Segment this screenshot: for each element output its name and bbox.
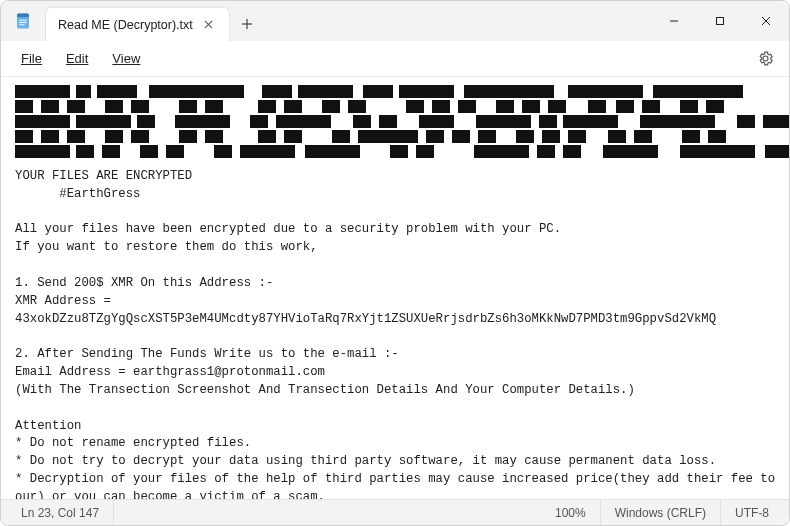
menu-file[interactable]: File [11,47,52,70]
maximize-button[interactable] [697,1,743,41]
svg-rect-1 [17,14,29,18]
status-position: Ln 23, Col 147 [7,500,114,525]
tab-title: Read ME (Decryptor).txt [58,18,193,32]
close-button[interactable] [743,1,789,41]
status-zoom[interactable]: 100% [541,500,601,525]
minimize-button[interactable] [651,1,697,41]
statusbar: Ln 23, Col 147 100% Windows (CRLF) UTF-8 [1,499,789,525]
notepad-icon [1,1,45,41]
editor-content[interactable]: YOUR FILES ARE ENCRYPTED #EarthGress All… [1,77,789,499]
menu-view[interactable]: View [102,47,150,70]
new-tab-button[interactable] [230,7,264,41]
titlebar: Read ME (Decryptor).txt [1,1,789,41]
ascii-art-banner [15,85,775,160]
menu-edit[interactable]: Edit [56,47,98,70]
notepad-window: Read ME (Decryptor).txt File Edit View Y… [0,0,790,526]
svg-rect-10 [717,18,724,25]
ransom-note-text: YOUR FILES ARE ENCRYPTED #EarthGress All… [15,168,775,499]
status-encoding[interactable]: UTF-8 [721,500,783,525]
status-eol[interactable]: Windows (CRLF) [601,500,721,525]
close-tab-icon[interactable] [201,17,217,33]
window-controls [651,1,789,41]
tab[interactable]: Read ME (Decryptor).txt [45,7,230,41]
menubar: File Edit View [1,41,789,77]
settings-gear-icon[interactable] [751,45,779,73]
